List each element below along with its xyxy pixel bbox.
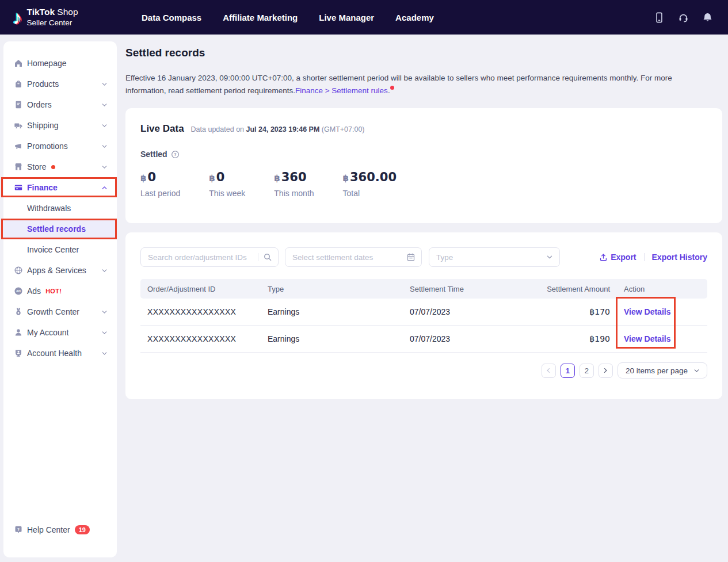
table-row: XXXXXXXXXXXXXXXX Earnings 07/07/2023 ฿19… — [140, 326, 707, 353]
sidebar-item-homepage[interactable]: Homepage — [3, 53, 117, 74]
date-input[interactable] — [292, 253, 406, 262]
pagination-page-2[interactable]: 2 — [580, 364, 594, 378]
top-navbar: ♪ TikTok Shop Seller Center Data Compass… — [0, 0, 728, 35]
apps-globe-icon — [14, 266, 23, 275]
sidebar-item-withdrawals[interactable]: Withdrawals — [3, 198, 117, 219]
col-action: Action — [610, 285, 707, 293]
settlement-dates-field[interactable] — [285, 247, 422, 267]
sidebar-label: Orders — [27, 100, 52, 109]
sidebar-item-products[interactable]: Products — [3, 74, 117, 94]
pagination-page-1[interactable]: 1 — [561, 364, 575, 378]
growth-medal-icon — [14, 307, 23, 316]
stat-this-week: ฿0 This week — [209, 170, 245, 198]
sidebar-label: Withdrawals — [27, 204, 71, 213]
notice-text: Effective 16 January 2023, 09:00:00 UTC+… — [125, 74, 672, 95]
view-details-link[interactable]: View Details — [610, 307, 707, 316]
sidebar-label: Growth Center — [27, 307, 79, 316]
page-title: Settled records — [125, 47, 722, 59]
pagination: 1 2 20 items per page — [140, 362, 707, 379]
nav-data-compass[interactable]: Data Compass — [142, 13, 201, 22]
search-input[interactable] — [148, 253, 253, 262]
sidebar-label: Help Center — [27, 525, 70, 534]
type-select[interactable]: Type — [429, 247, 560, 267]
sidebar-item-apps-services[interactable]: Apps & Services — [3, 260, 117, 281]
sidebar-label: Promotions — [27, 142, 68, 151]
chevron-down-icon — [101, 81, 108, 88]
orders-document-icon — [14, 100, 23, 109]
sidebar-item-store[interactable]: Store — [3, 156, 117, 177]
stat-this-month: ฿360 This month — [274, 170, 314, 198]
col-type: Type — [268, 285, 410, 293]
items-per-page-select[interactable]: 20 items per page — [618, 362, 707, 379]
sidebar-item-promotions[interactable]: Promotions — [3, 136, 117, 156]
tiktok-shop-logo[interactable]: ♪ TikTok Shop Seller Center — [13, 7, 132, 28]
cell-settlement-amount: ฿190 — [542, 334, 610, 343]
calendar-icon[interactable] — [406, 253, 416, 262]
cell-settlement-time: 07/07/2023 — [410, 334, 542, 343]
pagination-prev-button[interactable] — [542, 364, 556, 378]
input-divider — [258, 253, 258, 261]
sidebar-item-ads[interactable]: AD Ads HOT! — [3, 281, 117, 301]
stat-value: 0 — [147, 170, 156, 184]
sidebar-label: Ads — [27, 286, 41, 296]
search-order-ids-field[interactable] — [140, 247, 279, 267]
sidebar-label: Apps & Services — [27, 266, 86, 275]
question-circle-icon[interactable]: ? — [171, 150, 180, 159]
currency-symbol: ฿ — [274, 173, 280, 183]
sidebar-item-orders[interactable]: Orders — [3, 94, 117, 115]
nav-academy[interactable]: Academy — [395, 13, 434, 22]
help-bubble-icon: ? — [14, 525, 23, 534]
export-button[interactable]: Export — [599, 253, 636, 262]
sidebar-label: Store — [27, 162, 46, 171]
chevron-down-icon — [101, 101, 108, 109]
sidebar-item-settled-records[interactable]: Settled records — [3, 219, 117, 239]
svg-text:?: ? — [17, 527, 20, 532]
support-headset-icon[interactable] — [678, 12, 689, 23]
search-icon[interactable] — [263, 253, 272, 262]
export-history-button[interactable]: Export History — [652, 253, 707, 262]
stat-label: This month — [274, 189, 314, 198]
updated-time: Jul 24, 2023 19:46 PM — [246, 125, 320, 133]
col-settlement-time: Settlement Time — [410, 285, 542, 293]
mobile-app-icon[interactable] — [654, 12, 665, 23]
chevron-down-icon — [693, 367, 700, 374]
currency-symbol: ฿ — [140, 173, 146, 183]
stat-value: 360.00 — [350, 170, 397, 184]
account-health-icon — [14, 349, 23, 358]
sidebar-item-shipping[interactable]: Shipping — [3, 115, 117, 136]
nav-live-manager[interactable]: Live Manager — [319, 13, 374, 22]
settled-section-label: Settled — [140, 150, 167, 159]
type-select-placeholder: Type — [436, 253, 453, 262]
notification-bell-icon[interactable] — [702, 12, 713, 23]
stat-label: Total — [343, 189, 397, 198]
help-center-badge: 19 — [75, 525, 90, 534]
sidebar-label: Finance — [27, 183, 58, 192]
pagination-next-button[interactable] — [599, 364, 613, 378]
cell-order-id: XXXXXXXXXXXXXXXX — [140, 307, 268, 316]
svg-text:AD: AD — [16, 289, 21, 293]
sidebar-item-my-account[interactable]: My Account — [3, 322, 117, 343]
settlement-rules-link[interactable]: Finance > Settlement rules — [295, 86, 388, 95]
stat-label: This week — [209, 189, 245, 198]
sidebar-label: My Account — [27, 328, 68, 337]
sidebar-label: Homepage — [27, 59, 67, 68]
sidebar-item-finance[interactable]: Finance — [3, 177, 117, 198]
sidebar-item-invoice-center[interactable]: Invoice Center — [3, 239, 117, 260]
store-icon — [14, 162, 23, 171]
cell-type: Earnings — [268, 307, 410, 316]
svg-text:?: ? — [174, 152, 176, 157]
notice-new-dot — [390, 86, 394, 90]
currency-symbol: ฿ — [343, 173, 349, 183]
shipping-truck-icon — [14, 121, 23, 130]
view-details-link[interactable]: View Details — [610, 334, 707, 343]
sidebar-item-help-center[interactable]: ? Help Center 19 — [3, 519, 117, 540]
sidebar: Homepage Products Orders Shipping Promot… — [3, 41, 117, 557]
items-per-page-value: 20 items per page — [626, 366, 688, 375]
sidebar-item-account-health[interactable]: Account Health — [3, 343, 117, 364]
promotions-megaphone-icon — [14, 142, 23, 151]
nav-affiliate-marketing[interactable]: Affiliate Marketing — [223, 13, 298, 22]
chevron-right-icon — [602, 367, 609, 374]
sidebar-item-growth-center[interactable]: Growth Center — [3, 301, 117, 322]
chevron-left-icon — [545, 367, 552, 374]
settled-stats: ฿0 Last period ฿0 This week ฿360 This mo… — [140, 170, 707, 198]
